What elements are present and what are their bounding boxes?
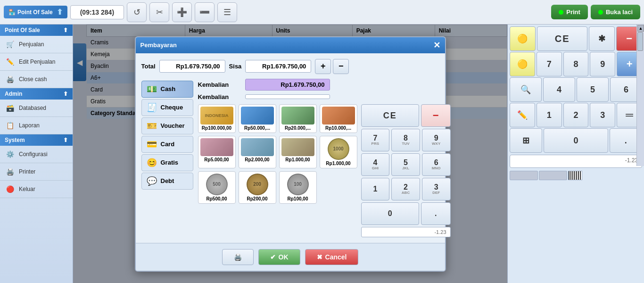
right-yellow-btn-1[interactable]: 🟡 bbox=[510, 26, 536, 51]
right-grid-button[interactable]: ⊞ bbox=[510, 128, 542, 153]
ce-button[interactable]: CE bbox=[361, 104, 419, 127]
cancel-x-icon: ✖ bbox=[317, 253, 322, 261]
numpad-minus-button[interactable]: − bbox=[421, 104, 451, 127]
pay-method-cash[interactable]: 💵 Cash bbox=[141, 81, 193, 98]
bill-1k-img bbox=[281, 138, 314, 156]
list-button[interactable]: ☰ bbox=[217, 2, 237, 22]
currency-100-label: Rp100,00 bbox=[281, 196, 314, 201]
right-9-button[interactable]: 9 bbox=[590, 52, 615, 76]
kembalian-input-2[interactable] bbox=[245, 94, 330, 99]
right-3-button[interactable]: 3 bbox=[590, 103, 615, 127]
sidebar-item-close-cash[interactable]: 🖨️ Close cash bbox=[0, 71, 73, 88]
currency-100[interactable]: 100 Rp100,00 bbox=[279, 171, 317, 204]
pay-method-debt[interactable]: 💬 Debt bbox=[141, 173, 193, 190]
pay-method-voucher[interactable]: 🎫 Voucher bbox=[141, 117, 193, 134]
right-bar-1 bbox=[510, 171, 538, 180]
currency-100k[interactable]: INDONESIA Rp100.000,00 bbox=[198, 104, 236, 133]
modal-close-button[interactable]: ✕ bbox=[433, 40, 440, 50]
currency-1k-bill[interactable]: Rp1.000,00 bbox=[279, 136, 317, 168]
scissors-button[interactable]: ✂ bbox=[149, 2, 169, 22]
scroll-up-arrow[interactable]: ▲ bbox=[637, 25, 644, 32]
currency-2k[interactable]: Rp2.000,00 bbox=[239, 136, 276, 168]
sisa-value: Rp1.679.750,00 bbox=[245, 60, 311, 73]
sidebar-item-configurasi[interactable]: ⚙️ Configurasi bbox=[0, 146, 73, 163]
numpad-2-button[interactable]: 2ABC bbox=[391, 178, 420, 200]
buka-laci-button[interactable]: Buka laci bbox=[591, 5, 640, 19]
currency-200-label: Rp200,00 bbox=[241, 196, 274, 201]
currency-10k[interactable]: Rp10.000,... bbox=[320, 104, 357, 133]
pos-section-header[interactable]: Point Of Sale ⬆ bbox=[0, 25, 73, 36]
currency-200[interactable]: 200 Rp200,00 bbox=[239, 171, 276, 204]
numpad-7-button[interactable]: 7PRS bbox=[361, 129, 390, 151]
currency-500[interactable]: 500 Rp500,00 bbox=[198, 171, 236, 204]
pay-method-card[interactable]: 💳 Card bbox=[141, 136, 193, 153]
modal-footer: 🖨️ ✔ OK ✖ Cancel bbox=[136, 243, 445, 271]
numpad-6-button[interactable]: 6MNO bbox=[422, 153, 451, 176]
pos-icon: 🏪 bbox=[8, 9, 16, 16]
sidebar-item-databased[interactable]: 🗃️ Databased bbox=[0, 100, 73, 117]
clock-display: (09:13 284) bbox=[70, 5, 124, 19]
right-ce-button[interactable]: CE bbox=[537, 26, 588, 51]
numpad-5-button[interactable]: 5JKL bbox=[391, 153, 420, 176]
print-button[interactable]: Print bbox=[551, 5, 588, 19]
plus-button[interactable]: + bbox=[315, 59, 331, 74]
numpad-0-button[interactable]: 0 bbox=[361, 202, 419, 225]
sidebar-item-edit-penjualan[interactable]: ✏️ Edit Penjualan bbox=[0, 53, 73, 71]
right-1-button[interactable]: 1 bbox=[537, 103, 562, 127]
currency-grid: INDONESIA Rp100.000,00 Rp50.000,... bbox=[198, 104, 357, 237]
cheque-icon: 🧾 bbox=[147, 102, 157, 113]
right-8-button[interactable]: 8 bbox=[563, 52, 589, 76]
laporan-icon: 📋 bbox=[5, 120, 15, 131]
refresh-button[interactable]: ↺ bbox=[127, 2, 147, 22]
kembalian-input-1[interactable]: Rp1.679.750,00 bbox=[245, 79, 330, 91]
sidebar-item-penjualan[interactable]: 🛒 Penjualan bbox=[0, 36, 73, 53]
right-2-button[interactable]: 2 bbox=[563, 103, 589, 127]
payment-modal: Pembayaran ✕ Total Rp1.679.750,00 Sisa R… bbox=[135, 36, 446, 272]
sidebar-item-printer[interactable]: 🖨️ Printer bbox=[0, 163, 73, 181]
ok-check-icon: ✔ bbox=[270, 253, 276, 261]
edit-penjualan-icon: ✏️ bbox=[5, 57, 15, 67]
right-yellow-btn-2[interactable]: 🟡 bbox=[510, 52, 535, 76]
coin-200-img: 200 bbox=[247, 174, 268, 195]
card-icon: 💳 bbox=[147, 139, 157, 150]
pay-method-gratis[interactable]: 😊 Gratis bbox=[141, 154, 193, 171]
system-section-header[interactable]: System ⬆ bbox=[0, 134, 73, 146]
pay-method-cheque[interactable]: 🧾 Cheque bbox=[141, 99, 193, 116]
modal-cancel-button[interactable]: ✖ Cancel bbox=[305, 249, 359, 265]
modal-print-button[interactable]: 🖨️ bbox=[222, 249, 254, 265]
currency-50k[interactable]: Rp50.000,... bbox=[239, 104, 276, 133]
minus-button[interactable]: − bbox=[333, 59, 349, 74]
scroll-thumb[interactable] bbox=[637, 32, 643, 51]
remove-button[interactable]: ➖ bbox=[195, 2, 215, 22]
collapse-icon[interactable]: ⬆ bbox=[57, 8, 63, 17]
cash-icon: 💵 bbox=[147, 84, 157, 94]
right-4-button[interactable]: 4 bbox=[543, 77, 575, 102]
right-0-button[interactable]: 0 bbox=[544, 128, 608, 153]
penjualan-icon: 🛒 bbox=[5, 39, 15, 50]
right-search-button[interactable]: 🔍 bbox=[510, 77, 542, 102]
right-asterisk-button[interactable]: ✱ bbox=[589, 26, 615, 51]
right-5-button[interactable]: 5 bbox=[577, 77, 609, 102]
right-7-button[interactable]: 7 bbox=[537, 52, 562, 76]
sidebar-item-laporan[interactable]: 📋 Laporan bbox=[0, 117, 73, 134]
add-button[interactable]: ➕ bbox=[172, 2, 192, 22]
kembalian-label-1: Kembalian bbox=[198, 81, 240, 88]
currency-5k-label: Rp5.000,00 bbox=[200, 157, 233, 162]
currency-5k[interactable]: Rp5.000,00 bbox=[198, 136, 236, 168]
currency-20k[interactable]: Rp20.000,... bbox=[279, 104, 317, 133]
numpad-8-button[interactable]: 8TUV bbox=[391, 129, 420, 151]
currency-1k-coin[interactable]: 1000 Rp1.000,00 bbox=[320, 136, 357, 168]
numpad-4-button[interactable]: 4GHI bbox=[361, 153, 390, 176]
numpad-9-button[interactable]: 9WXY bbox=[422, 129, 451, 151]
numpad-3-button[interactable]: 3DEF bbox=[422, 178, 451, 200]
modal-ok-button[interactable]: ✔ OK bbox=[258, 249, 300, 265]
currency-2k-label: Rp2.000,00 bbox=[241, 157, 274, 162]
numpad-1-button[interactable]: 1 bbox=[361, 178, 390, 200]
right-edit-button[interactable]: ✏️ bbox=[510, 103, 535, 127]
close-cash-icon: 🖨️ bbox=[5, 74, 15, 84]
numpad-dot-button[interactable]: . bbox=[421, 202, 451, 225]
right-scrollbar[interactable]: ▲ bbox=[636, 25, 644, 166]
right-numpad-display: -1.23 bbox=[510, 155, 642, 168]
sidebar-item-keluar[interactable]: 🔴 Keluar bbox=[0, 181, 73, 198]
admin-section-header[interactable]: Admin ⬆ bbox=[0, 88, 73, 100]
